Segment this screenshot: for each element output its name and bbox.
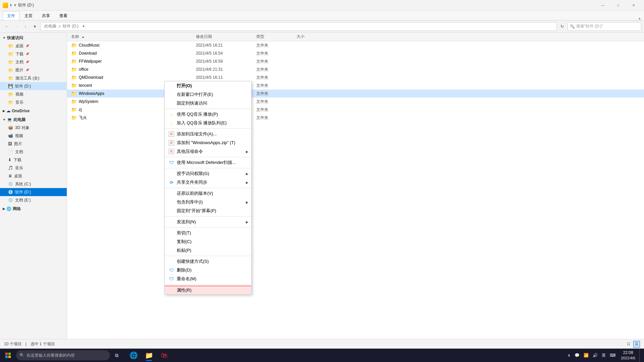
quick-access-icon1[interactable]: ⬇ <box>9 3 12 7</box>
address-breadcrumb[interactable]: 此电脑 > 软件 (D:) ▼ <box>40 22 557 31</box>
taskbar-search[interactable]: 🔍 在这里输入你要搜索的内容 <box>16 350 110 360</box>
tray-ime[interactable]: 英 <box>600 352 607 359</box>
ribbon-toggle[interactable]: ▲ <box>638 16 641 20</box>
cm-create-shortcut[interactable]: 创建快捷方式(S) <box>165 257 251 266</box>
taskbar-app-explorer[interactable]: 📁 <box>142 349 156 362</box>
quick-access-icon2[interactable]: ▼ <box>13 3 17 7</box>
header-type[interactable]: 类型 <box>256 34 297 40</box>
file-row[interactable]: 📁 QMDownload 2021/4/5 16:11 文件夹 <box>67 73 644 81</box>
sidebar-item-desktop[interactable]: 📁 桌面 📌 <box>0 42 67 50</box>
details-view-button[interactable]: ☰ <box>633 341 640 348</box>
tab-home[interactable]: 主页 <box>20 11 37 20</box>
sidebar-item-activation[interactable]: 📁 激活工具 (全) <box>0 74 67 82</box>
cm-qqmusic-play[interactable]: ♪ 使用 QQ音乐 播放(P) <box>165 110 251 119</box>
sidebar-header-onedrive[interactable]: ▶ ☁ OneDrive <box>0 107 67 115</box>
taskbar-clock[interactable]: 22:08 2021/4/6 <box>618 350 638 361</box>
cm-paste[interactable]: 粘贴(P) <box>165 246 251 255</box>
cm-open-new-window[interactable]: 在新窗口中打开(E) <box>165 90 251 99</box>
refresh-button[interactable]: ↻ <box>558 22 566 31</box>
cm-delete[interactable]: 🛡 删除(D) <box>165 266 251 275</box>
maximize-button[interactable]: □ <box>610 0 626 11</box>
sidebar-item-music[interactable]: 📁 音乐 <box>0 98 67 106</box>
cm-sync[interactable]: ⟳ 共享文件夹同步 ▶ <box>165 178 251 187</box>
sidebar-item-dsk[interactable]: 🖥 桌面 <box>0 172 67 180</box>
taskbar-right: ∧ 💬 📶 🔊 英 ⌨ 22:08 2021/4/6 <box>566 349 644 362</box>
cm-add-zip[interactable]: R 添加到 "WindowsApps.zip" (T) <box>165 138 251 147</box>
cm-qqmusic-queue[interactable]: ♪ 加入 QQ音乐 播放队列(E) <box>165 119 251 127</box>
sidebar-item-videos[interactable]: 📁 视频 <box>0 90 67 98</box>
sidebar-item-software-d[interactable]: 💾 软件 (D:) <box>0 82 67 90</box>
cm-open[interactable]: 打开(O) <box>165 81 251 90</box>
cm-cut[interactable]: 剪切(T) <box>165 229 251 237</box>
up-button[interactable]: ↑ <box>21 22 30 31</box>
cm-access[interactable]: 授予访问权限(G) ▶ <box>165 169 251 178</box>
file-row[interactable]: 📁 FFWallpaper 2021/4/5 16:59 文件夹 <box>67 57 644 65</box>
sidebar-item-c[interactable]: 💿 系统 (C:) <box>0 180 67 188</box>
cm-pin-quick[interactable]: 固定到快速访问 <box>165 99 251 108</box>
sidebar-header-quick-access[interactable]: ▼ 快速访问 <box>0 34 67 42</box>
cm-pin-start[interactable]: 固定到"开始"屏幕(P) <box>165 206 251 215</box>
sidebar-item-video[interactable]: 📹 视频 <box>0 132 67 140</box>
sidebar-item-3d[interactable]: 📦 3D 对象 <box>0 124 67 132</box>
cm-include-lib[interactable]: 包含到库中(I) ▶ <box>165 198 251 206</box>
cm-send-to[interactable]: 发送到(N) ▶ <box>165 218 251 226</box>
sidebar-item-dl[interactable]: ⬇ 下载 <box>0 156 67 164</box>
start-button[interactable] <box>0 349 16 362</box>
recent-locations-button[interactable]: ▼ <box>31 22 39 31</box>
file-row[interactable]: 📁 飞火 2021/4/5 1... 文件夹 <box>67 114 644 122</box>
file-name-cell: 📁 FFWallpaper <box>68 59 196 64</box>
sidebar-item-documents[interactable]: 📁 文档 📌 <box>0 58 67 66</box>
folder-icon-row: 📁 <box>71 51 77 56</box>
cm-rename[interactable]: 🛡 重命名(M) <box>165 275 251 283</box>
tray-chevron[interactable]: ∧ <box>566 352 572 358</box>
file-row[interactable]: 📁 office 2021/4/6 21:31 文件夹 <box>67 65 644 73</box>
task-view-button[interactable]: ⧉ <box>110 349 123 362</box>
tab-share[interactable]: 共享 <box>38 11 54 20</box>
sidebar-item-doc[interactable]: 📄 文档 <box>0 148 67 156</box>
tray-network[interactable]: 📶 <box>582 352 590 358</box>
breadcrumb-drive[interactable]: 软件 (D:) <box>63 23 78 29</box>
back-button[interactable]: ← <box>3 22 11 31</box>
list-view-button[interactable]: ☷ <box>625 341 632 348</box>
minimize-button[interactable]: — <box>595 0 610 11</box>
sidebar-item-label-desktop: 桌面 <box>15 43 23 49</box>
file-row-selected[interactable]: 📁 WindowsApps 2021/4/5 1... 文件夹 <box>67 89 644 98</box>
taskbar-app-store[interactable]: 🛍 <box>157 349 172 362</box>
tray-msg[interactable]: 💬 <box>573 352 581 358</box>
tray-show-desktop[interactable] <box>639 349 641 362</box>
sidebar-item-downloads[interactable]: 📁 下载 📌 <box>0 50 67 58</box>
sidebar-header-thispc[interactable]: ▼ 💻 此电脑 <box>0 116 67 124</box>
cm-copy[interactable]: 复制(C) <box>165 237 251 246</box>
sidebar-header-network[interactable]: ▶ 🌐 网络 <box>0 205 67 213</box>
tab-file[interactable]: 文件 <box>3 11 19 20</box>
file-row[interactable]: 📁 CloudMusic 2021/4/5 16:21 文件夹 <box>67 41 644 49</box>
cm-restore[interactable]: 还原以前的版本(V) <box>165 189 251 198</box>
header-name[interactable]: 名称 ▲ <box>68 34 196 40</box>
forward-button[interactable]: → <box>12 22 20 31</box>
folder-icon-downloads: 📁 <box>8 52 13 57</box>
sidebar-item-pictures[interactable]: 📁 图片 📌 <box>0 66 67 74</box>
search-box[interactable]: 🔍 搜索"软件 (D:)" <box>568 22 641 31</box>
header-date[interactable]: 修改日期 <box>196 34 256 40</box>
sidebar-item-e[interactable]: 💿 文档 (E:) <box>0 196 67 204</box>
tray-volume[interactable]: 🔊 <box>591 352 599 358</box>
breadcrumb-dropdown[interactable]: ▼ <box>80 24 87 28</box>
taskbar-app-edge[interactable]: 🌐 <box>126 349 141 362</box>
cm-other-compress[interactable]: R 其他压缩命令 ▶ <box>165 147 251 156</box>
sidebar-item-d-selected[interactable]: 💿 软件 (D:) <box>0 188 67 196</box>
tab-view[interactable]: 查看 <box>55 11 72 20</box>
cm-add-archive[interactable]: R 添加到压缩文件(A)... <box>165 130 251 138</box>
file-row[interactable]: 📁 tencent 2021/4/5 16:20 文件夹 <box>67 81 644 89</box>
cm-properties[interactable]: 属性(R) <box>165 286 251 294</box>
file-row[interactable]: 📁 zj 2021/4/5 1... 文件夹 <box>67 106 644 114</box>
svg-rect-1 <box>8 353 11 355</box>
header-size[interactable]: 大小 <box>297 34 330 40</box>
sidebar-item-pic[interactable]: 🖼 图片 <box>0 140 67 148</box>
file-row[interactable]: 📁 Download 2021/4/5 16:54 文件夹 <box>67 49 644 57</box>
close-button[interactable]: ✕ <box>626 0 641 11</box>
sidebar-item-mus[interactable]: 🎵 音乐 <box>0 164 67 172</box>
breadcrumb-pc[interactable]: 此电脑 <box>44 23 56 29</box>
file-row[interactable]: 📁 WpSystem 2021/4/5 22... 文件夹 <box>67 98 644 106</box>
tray-keyboard[interactable]: ⌨ <box>608 352 617 358</box>
cm-defender[interactable]: 🛡 使用 Microsoft Defender扫描... <box>165 158 251 167</box>
